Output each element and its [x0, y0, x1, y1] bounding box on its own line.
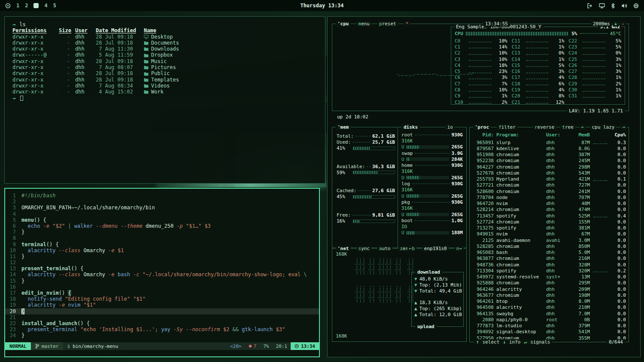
proc-program: chromium	[496, 158, 544, 163]
net-next-button[interactable]: n→	[455, 246, 464, 251]
code-line[interactable]: 1#!/bin/bash	[5, 193, 319, 199]
proc-row[interactable]: 964227chromiumdhh298M0.0	[472, 164, 626, 170]
workspace-active-indicator[interactable]	[33, 3, 39, 8]
proc-row[interactable]: 713304spotifydhh320M0.2	[472, 268, 626, 274]
shell-prompt-line[interactable]: →	[12, 95, 319, 101]
code-line[interactable]: 22install_and_launch() {	[5, 320, 319, 326]
code-line[interactable]: 4	[5, 211, 319, 217]
code-line[interactable]: 6 echo -e "$2" | walker --dmenu --theme …	[5, 223, 319, 229]
proc-row[interactable]: 948736chromiumdhh328M0.0	[472, 262, 626, 268]
code-line[interactable]: 23 present_terminal "echo 'Installing $1…	[5, 326, 319, 332]
proc-header-program[interactable]: Program:	[496, 132, 544, 138]
workspace-1[interactable]: 1	[16, 3, 19, 9]
proc-row[interactable]: 879567kdenlivedhh8.0G0.0	[472, 145, 626, 151]
proc-row[interactable]: 527721chromiumdhh727M0.0	[472, 182, 626, 188]
code-line[interactable]: 19 alacritty -e nvim "$1"	[5, 302, 319, 308]
net-prev-button[interactable]: ←b	[407, 246, 416, 251]
code-line[interactable]: 5menu() {	[5, 217, 319, 223]
disks-title[interactable]: disks	[401, 124, 420, 130]
launcher-icon[interactable]	[5, 3, 11, 9]
proc-row[interactable]: 952238chromiumdhh245M0.0	[472, 158, 626, 164]
code-line[interactable]: 7}	[5, 229, 319, 235]
code-line[interactable]: 8	[5, 235, 319, 241]
scroll-down-key[interactable]: ↓	[503, 339, 506, 345]
proc-row[interactable]: 527678chromiumdhh543M0.0	[472, 170, 626, 176]
interval-increase-button[interactable]: +	[613, 21, 619, 27]
code-line[interactable]: 16	[5, 284, 319, 290]
code-line[interactable]: 10 alacritty --class Omarchy -e $1	[5, 247, 319, 253]
display-icon[interactable]	[599, 3, 605, 9]
code-line[interactable]: 24}	[5, 332, 319, 338]
proc-row[interactable]: 949015nvimdhh67M0.0	[472, 231, 626, 237]
workspace-2[interactable]: 2	[25, 3, 28, 9]
bluetooth-icon[interactable]	[611, 3, 615, 9]
proc-row[interactable]: 964135swaybgdhh7.0M0.0	[472, 311, 626, 317]
info-label[interactable]: info	[509, 339, 521, 345]
code-line[interactable]: 9terminal() {	[5, 241, 319, 247]
sort-next-button[interactable]: →	[620, 124, 627, 130]
proc-header-pid[interactable]: Pid:	[472, 132, 494, 138]
proc-row[interactable]: 528214chromiumdhh474M0.0	[472, 207, 626, 213]
io-tab[interactable]: io	[445, 124, 455, 130]
code-line[interactable]: 2	[5, 199, 319, 205]
proc-row[interactable]: 951908chromiumdhh387M0.0	[472, 152, 626, 158]
code-line[interactable]: 12	[5, 259, 319, 265]
preset-button[interactable]: preset	[377, 21, 398, 27]
proc-row[interactable]: 925888chromiumdhh295M0.0	[472, 280, 626, 286]
code-line[interactable]: 3OMARCHY_BIN_PATH=~/.local/share/omarchy…	[5, 205, 319, 211]
proc-row[interactable]: 963877chromiumdhh216M0.0	[472, 256, 626, 262]
proc-row[interactable]: 528285chromiumdhh850M0.0	[472, 243, 626, 249]
code-line[interactable]: 18 notify-send "Editing config file" "$1…	[5, 296, 319, 302]
proc-row[interactable]: 528600chromiumdhh241M0.0	[472, 188, 626, 194]
code-line[interactable]: 15}	[5, 278, 319, 284]
proc-row[interactable]: 965083bashdhh5.0M0.0	[472, 250, 626, 256]
proc-header-user[interactable]: User:	[546, 132, 567, 138]
workspace-4[interactable]: 4	[44, 3, 47, 9]
proc-row[interactable]: 255793Hyprlanddhh421M0.1	[472, 176, 626, 182]
code-line[interactable]: 20}	[5, 308, 319, 314]
workspace-5[interactable]: 5	[53, 3, 56, 9]
filter-button[interactable]: filter	[497, 124, 517, 130]
command-line[interactable]	[5, 350, 319, 356]
volume-icon[interactable]	[621, 3, 627, 9]
logout-icon[interactable]	[587, 3, 593, 9]
net-sync-button[interactable]: sync	[357, 246, 372, 251]
menu-button[interactable]: menu	[357, 21, 372, 27]
line-number: 3	[5, 205, 21, 211]
signals-label[interactable]: signals	[530, 339, 550, 345]
proc-row[interactable]: 713275spotifydhh381M0.0	[472, 225, 626, 231]
core-graph-leader	[526, 97, 549, 98]
code-area[interactable]: 1#!/bin/bash23OMARCHY_BIN_PATH=~/.local/…	[5, 189, 319, 342]
proc-row[interactable]: 964720nvimdhh48M0.0	[472, 201, 626, 207]
proc-row[interactable]: 2125avahi-daemonavahi3.0M0.0	[472, 237, 626, 243]
sort-prev-button[interactable]: ←	[580, 124, 586, 130]
proc-row[interactable]: 964246alacrittydhh209M0.0	[472, 286, 626, 292]
proc-row[interactable]: 2080napi/phy0-0root0B0.0	[472, 317, 626, 323]
tree-button[interactable]: tree	[560, 124, 575, 130]
proc-row[interactable]: 778704nodedhh707M0.0	[472, 194, 626, 200]
code-line[interactable]: 21	[5, 314, 319, 320]
enter-key[interactable]: ↵	[524, 339, 527, 345]
proc-row[interactable]: 964508alacrittydhh210M0.0	[472, 305, 626, 311]
proc-row[interactable]: 713457spotifydhh525M0.4	[472, 213, 626, 219]
proc-header-mem[interactable]: MemB	[569, 132, 590, 138]
proc-header-cpu[interactable]: Cpu%	[611, 132, 626, 138]
proc-row[interactable]: 777873lm-studiodhh379M0.0	[472, 323, 626, 329]
proc-row[interactable]: 394092signal-desktopdhh541M0.0	[472, 329, 626, 335]
proc-mem: 850M	[569, 244, 590, 249]
network-icon[interactable]	[633, 3, 639, 9]
proc-row[interactable]: 527724chromiumdhh155M0.0	[472, 219, 626, 225]
proc-row[interactable]: 965091slurpdhh87M0.3	[472, 139, 626, 145]
scroll-up-key[interactable]: ↑	[476, 339, 479, 345]
code-line[interactable]: 13present_terminal() {	[5, 265, 319, 272]
code-line[interactable]: 11}	[5, 253, 319, 259]
proc-row[interactable]: 964261btopdhh8.0M0.0	[472, 299, 626, 305]
reverse-button[interactable]: reverse	[533, 124, 556, 130]
core-id: C6	[455, 75, 466, 80]
proc-row[interactable]: 963677chromiumdhh198M0.0	[472, 292, 626, 298]
code-line[interactable]: 14 alacritty --class Omarchy -e bash -c …	[5, 272, 319, 278]
interval-decrease-button[interactable]: -	[620, 21, 626, 27]
proc-row[interactable]: 549972systemd-resolvesyst+13M0.0	[472, 274, 626, 280]
net-auto-button[interactable]: auto	[377, 246, 392, 251]
code-line[interactable]: 17edit_in_nvim() {	[5, 290, 319, 296]
